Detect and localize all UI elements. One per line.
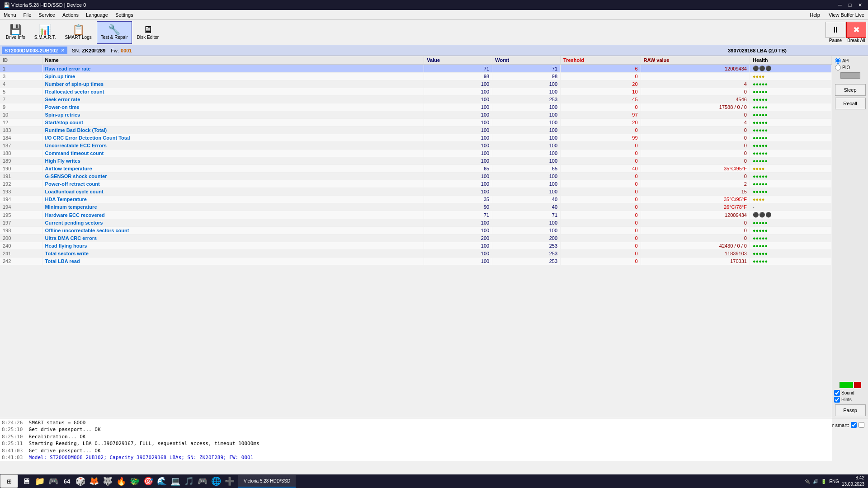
taskbar-icon-browser[interactable]: 🎮	[47, 475, 60, 488]
taskbar-icon-64[interactable]: 64	[61, 475, 73, 488]
cell-name[interactable]: Seek error rate	[42, 96, 424, 103]
close-button[interactable]: ✕	[855, 0, 864, 9]
table-row[interactable]: 4 Number of spin-up times 100 100 20 4 ●…	[0, 80, 832, 88]
hints-label[interactable]: Hints	[834, 397, 854, 403]
cell-name[interactable]: Start/stop count	[42, 119, 424, 127]
passp-button[interactable]: Passp	[835, 404, 866, 416]
cell-name[interactable]: Head flying hours	[42, 242, 424, 250]
pause-button[interactable]: ⏸	[826, 22, 845, 38]
cell-name[interactable]: Minimum temperature	[42, 203, 424, 211]
recall-button[interactable]: Recall	[835, 98, 866, 109]
taskbar-icon-folder[interactable]: 📁	[33, 475, 46, 488]
table-row[interactable]: 240 Head flying hours 100 253 0 42430 / …	[0, 242, 832, 250]
table-row[interactable]: 190 Airflow temperature 65 65 40 35°C/95…	[0, 165, 832, 173]
minimize-button[interactable]: ─	[835, 0, 844, 9]
cell-name[interactable]: Ultra DMA CRC errors	[42, 235, 424, 242]
taskbar-icon-app3[interactable]: 🐲	[128, 475, 141, 488]
table-row[interactable]: 242 Total LBA read 100 253 0 170331 ●●●●…	[0, 258, 832, 265]
menu-item-service[interactable]: Service	[35, 11, 59, 19]
toolbar-smart[interactable]: 📊 S.M.A.R.T.	[30, 21, 60, 44]
cell-name[interactable]: Load/unload cycle count	[42, 188, 424, 196]
cell-name[interactable]: Command timeout count	[42, 150, 424, 157]
table-row[interactable]: 200 Ultra DMA CRC errors 200 200 0 0 ●●●…	[0, 235, 832, 242]
help-link[interactable]: Help	[806, 11, 824, 19]
taskbar-icon-app4[interactable]: 🎯	[142, 475, 155, 488]
table-row[interactable]: 183 Runtime Bad Block (Total) 100 100 0 …	[0, 127, 832, 134]
taskbar-icon-firefox[interactable]: 🦊	[88, 475, 100, 488]
api-radio[interactable]	[835, 58, 841, 64]
table-row[interactable]: 1 Raw read error rate 71 71 6 12009434 ⚫…	[0, 65, 832, 73]
table-row[interactable]: 195 Hardware ECC recovered 71 71 0 12009…	[0, 211, 832, 219]
cell-name[interactable]: Uncorrectable ECC Errors	[42, 142, 424, 150]
table-row[interactable]: 12 Start/stop count 100 100 20 4 ●●●●●	[0, 119, 832, 127]
table-row[interactable]: 194 Minimum temperature 90 40 0 26°C/78°…	[0, 203, 832, 211]
toolbar-smartlogs[interactable]: 📋 SMART Logs	[61, 21, 96, 44]
taskbar-icon-app6[interactable]: 💻	[169, 475, 182, 488]
cell-name[interactable]: Total sectors write	[42, 250, 424, 258]
table-row[interactable]: 197 Current pending sectors 100 100 0 0 …	[0, 219, 832, 227]
cell-name[interactable]: Total LBA read	[42, 258, 424, 265]
taskbar-icon-app7[interactable]: 🎵	[183, 475, 195, 488]
table-row[interactable]: 184 I/O CRC Error Detection Count Total …	[0, 134, 832, 142]
taskbar-icon-game[interactable]: 🎲	[74, 475, 87, 488]
taskbar-icon-app8[interactable]: 🎮	[196, 475, 209, 488]
sound-label[interactable]: Sound	[834, 390, 854, 396]
toolbar-diskeditor[interactable]: 🖥 Disk Editor	[133, 21, 163, 44]
cell-name[interactable]: G-SENSOR shock counter	[42, 173, 424, 180]
ibm-checkbox1[interactable]	[851, 422, 857, 428]
cell-name[interactable]: Airflow temperature	[42, 165, 424, 173]
cell-name[interactable]: Spin-up retries	[42, 111, 424, 119]
drive-tab[interactable]: ST2000DM008-2UB102 ✕	[2, 47, 67, 54]
table-row[interactable]: 10 Spin-up retries 100 100 97 0 ●●●●●	[0, 111, 832, 119]
start-button[interactable]: ⊞	[0, 474, 18, 488]
table-row[interactable]: 188 Command timeout count 100 100 0 0 ●●…	[0, 150, 832, 157]
taskbar-sound-icon[interactable]: 🔊	[813, 479, 818, 484]
taskbar-icon-app5[interactable]: 🌊	[156, 475, 168, 488]
sleep-button[interactable]: Sleep	[835, 84, 866, 96]
sound-checkbox[interactable]	[834, 390, 840, 396]
table-row[interactable]: 5 Reallocated sector count 100 100 10 0 …	[0, 88, 832, 96]
taskbar-active-app[interactable]: Victoria 5.28 HDD/SSD	[238, 475, 296, 488]
table-row[interactable]: 9 Power-on time 100 100 0 17588 / 0 / 0 …	[0, 103, 832, 111]
cell-name[interactable]: Current pending sectors	[42, 219, 424, 227]
cell-name[interactable]: Power-off retract count	[42, 180, 424, 188]
table-row[interactable]: 7 Seek error rate 100 253 45 4546 ●●●●●	[0, 96, 832, 103]
pio-radio-label[interactable]: PIO	[835, 65, 850, 70]
cell-name[interactable]: Runtime Bad Block (Total)	[42, 127, 424, 134]
api-radio-label[interactable]: API	[835, 58, 850, 64]
cell-name[interactable]: Reallocated sector count	[42, 88, 424, 96]
cell-name[interactable]: Power-on time	[42, 103, 424, 111]
taskbar-icon-explorer[interactable]: 🖥	[20, 475, 33, 488]
menu-item-file[interactable]: File	[20, 11, 35, 19]
taskbar-icon-app1[interactable]: 🐺	[101, 475, 114, 488]
taskbar-lang[interactable]: ENG	[829, 479, 839, 484]
table-row[interactable]: 192 Power-off retract count 100 100 0 2 …	[0, 180, 832, 188]
ibm-checkbox2[interactable]	[859, 422, 864, 428]
menu-item-actions[interactable]: Actions	[59, 11, 82, 19]
menu-item-language[interactable]: Language	[82, 11, 112, 19]
cell-name[interactable]: High Fly writes	[42, 157, 424, 165]
cell-name[interactable]: Number of spin-up times	[42, 80, 424, 88]
toolbar-testrepair[interactable]: 🔧 Test & Repair	[97, 21, 132, 44]
cell-name[interactable]: I/O CRC Error Detection Count Total	[42, 134, 424, 142]
cell-name[interactable]: Raw read error rate	[42, 65, 424, 73]
viewbuf-link[interactable]: View Buffer Live	[825, 11, 868, 19]
table-row[interactable]: 187 Uncorrectable ECC Errors 100 100 0 0…	[0, 142, 832, 150]
drive-tab-close[interactable]: ✕	[61, 47, 65, 53]
cell-name[interactable]: HDA Temperature	[42, 196, 424, 203]
menu-item-settings[interactable]: Settings	[112, 11, 137, 19]
table-row[interactable]: 189 High Fly writes 100 100 0 0 ●●●●●	[0, 157, 832, 165]
toolbar-driveinfo[interactable]: 💾 Drive Info	[2, 21, 29, 44]
table-row[interactable]: 194 HDA Temperature 35 40 0 35°C/95°F ●●…	[0, 196, 832, 203]
pio-radio[interactable]	[835, 65, 841, 70]
break-button[interactable]: ✖	[846, 22, 866, 38]
hints-checkbox[interactable]	[834, 397, 840, 403]
cell-name[interactable]: Offline uncorrectable sectors count	[42, 227, 424, 235]
taskbar-icon-plus[interactable]: ➕	[223, 475, 236, 488]
table-row[interactable]: 191 G-SENSOR shock counter 100 100 0 0 ●…	[0, 173, 832, 180]
table-row[interactable]: 3 Spin-up time 98 98 0 ●●●●	[0, 73, 832, 80]
taskbar-icon-app2[interactable]: 🔥	[115, 475, 127, 488]
taskbar-icon-chrome[interactable]: 🌐	[210, 475, 222, 488]
taskbar-time-area[interactable]: 8:42 13.09.2023	[842, 475, 864, 488]
cell-name[interactable]: Spin-up time	[42, 73, 424, 80]
